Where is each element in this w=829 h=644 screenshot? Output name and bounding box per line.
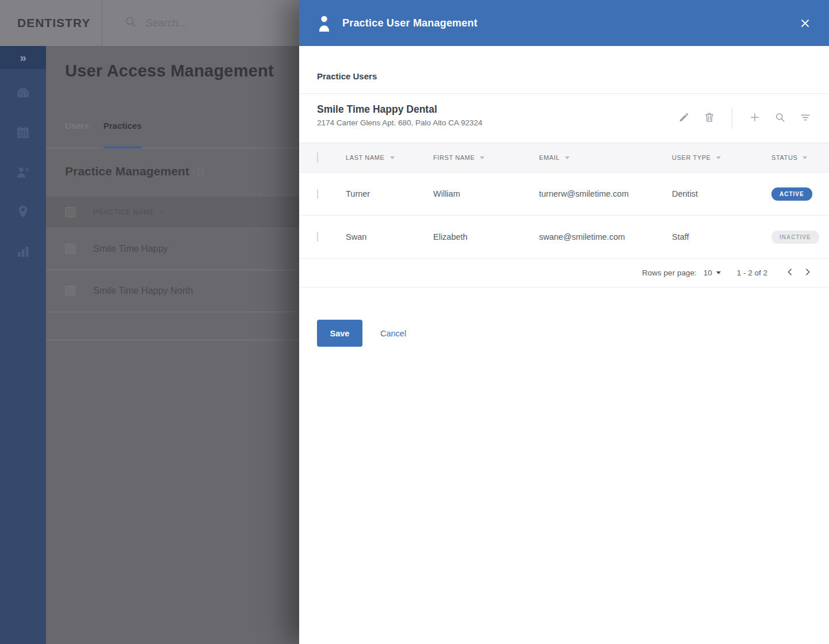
plus-icon [749,112,761,125]
column-label: EMAIL [539,154,560,161]
column-label: FIRST NAME [433,154,475,161]
practice-users-label: Practice Users [299,46,829,94]
modal-header: Practice User Management [299,0,829,46]
save-button[interactable]: Save [317,320,362,347]
close-icon[interactable] [798,16,812,30]
practice-info: Smile Time Happy Dental 2174 Carter Glen… [299,94,829,143]
sort-caret-icon [480,156,484,159]
screen: DENTISTRY Search... » [0,0,829,644]
search-icon [774,112,786,125]
add-user-button[interactable] [748,112,761,125]
column-user-type[interactable]: USER TYPE [672,154,771,161]
column-first-name[interactable]: FIRST NAME [433,154,539,161]
sort-caret-icon [390,156,395,159]
email-cell: swane@smiletime.com [539,232,672,241]
search-users-button[interactable] [774,112,786,125]
row-checkbox[interactable] [317,232,318,242]
pagination: Rows per page: 10 1 - 2 of 2 [299,259,829,288]
sort-caret-icon [716,156,721,159]
status-badge: ACTIVE [771,187,812,201]
column-last-name[interactable]: LAST NAME [346,154,433,161]
chevron-left-icon [786,268,794,278]
last-name-cell: Swan [346,232,433,241]
column-email[interactable]: EMAIL [539,154,672,161]
column-status[interactable]: STATUS [771,154,819,161]
user-icon [316,15,332,32]
pagination-range: 1 - 2 of 2 [737,269,767,277]
first-name-cell: William [433,189,539,198]
modal-actions: Save Cancel [317,320,829,347]
chevron-down-icon [716,271,721,274]
user-row[interactable]: Swan Elizabeth swane@smiletime.com Staff… [299,216,829,259]
next-page-button[interactable] [803,268,813,278]
toolbar-divider [732,108,732,129]
modal-title: Practice User Management [342,17,477,29]
column-label: LAST NAME [346,154,385,161]
cancel-button[interactable]: Cancel [380,329,406,338]
select-all-checkbox[interactable] [317,152,318,163]
rows-per-page-select[interactable]: 10 [704,269,721,277]
column-label: USER TYPE [672,154,711,161]
practice-user-management-modal: Practice User Management Practice Users … [299,0,829,644]
sort-caret-icon [803,156,807,159]
previous-page-button[interactable] [785,268,795,278]
edit-button[interactable] [678,112,690,125]
pencil-icon [678,112,690,125]
filter-icon [800,112,811,125]
email-cell: turnerw@smiletime.com [539,189,672,198]
user-row[interactable]: Turner William turnerw@smiletime.com Den… [299,172,829,216]
sort-caret-icon [565,156,570,159]
row-checkbox[interactable] [317,189,318,199]
rows-per-page-value: 10 [704,269,712,277]
user-type-cell: Staff [672,232,771,241]
user-table-header: LAST NAME FIRST NAME EMAIL USER TYPE STA… [299,143,829,172]
delete-button[interactable] [703,112,716,125]
first-name-cell: Elizabeth [433,232,539,241]
status-badge: INACTIVE [771,231,819,244]
rows-per-page-label: Rows per page: [642,269,697,277]
user-table-toolbar [678,108,812,129]
trash-icon [704,112,715,125]
filter-button[interactable] [799,112,812,125]
column-label: STATUS [771,154,797,161]
user-type-cell: Dentist [672,189,771,198]
chevron-right-icon [804,268,812,278]
last-name-cell: Turner [346,189,433,198]
